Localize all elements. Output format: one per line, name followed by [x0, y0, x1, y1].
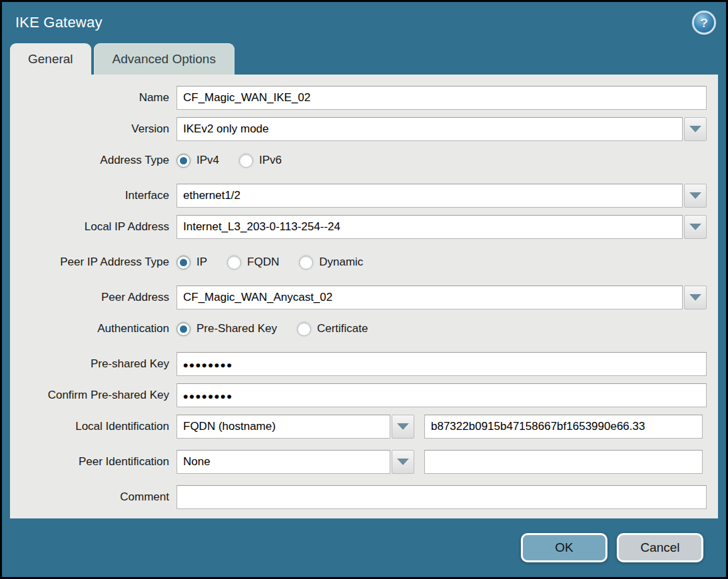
- ipv4-radio[interactable]: [177, 154, 190, 168]
- peer-identification-value-input[interactable]: [424, 450, 703, 474]
- local-identification-label: Local Identification: [10, 420, 177, 433]
- authentication-option-certificate[interactable]: Certificate: [297, 322, 368, 336]
- dialog-title: IKE Gateway: [15, 14, 103, 31]
- local-identification-value-input[interactable]: [424, 415, 703, 439]
- peer-address-label: Peer Address: [10, 291, 177, 304]
- local-identification-row: Local Identification: [10, 415, 707, 439]
- local-identification-dropdown-button[interactable]: [392, 415, 414, 439]
- version-select[interactable]: [177, 117, 683, 141]
- peer-identification-row: Peer Identification: [10, 450, 707, 474]
- address-type-row: Address Type IPv4 IPv6: [10, 148, 707, 172]
- ip-radio[interactable]: [177, 256, 190, 270]
- authentication-label: Authentication: [10, 322, 177, 335]
- interface-dropdown-button[interactable]: [684, 184, 707, 208]
- peer-ip-type-row: Peer IP Address Type IP FQDN Dynamic: [10, 250, 707, 274]
- help-icon[interactable]: ?: [694, 13, 714, 33]
- ipv4-label: IPv4: [196, 154, 219, 167]
- confirm-preshared-key-label: Confirm Pre-shared Key: [10, 389, 177, 402]
- ipv6-radio[interactable]: [239, 154, 253, 168]
- dynamic-label: Dynamic: [319, 256, 363, 269]
- comment-input[interactable]: [177, 485, 707, 509]
- interface-label: Interface: [10, 189, 177, 202]
- peer-address-select[interactable]: [177, 286, 683, 309]
- tab-general[interactable]: General: [10, 43, 91, 75]
- confirm-preshared-key-row: Confirm Pre-shared Key: [10, 383, 707, 407]
- address-type-label: Address Type: [10, 154, 177, 167]
- ipv6-label: IPv6: [259, 154, 282, 167]
- general-tab-panel: Name Version Address Type IPv4: [10, 75, 718, 518]
- comment-row: Comment: [10, 485, 707, 509]
- interface-select[interactable]: [177, 184, 683, 208]
- dynamic-radio[interactable]: [299, 256, 313, 270]
- chevron-down-icon: [397, 459, 409, 465]
- version-row: Version: [10, 117, 707, 141]
- version-label: Version: [10, 122, 177, 136]
- local-ip-label: Local IP Address: [10, 220, 177, 234]
- ip-label: IP: [196, 256, 207, 269]
- address-type-option-ipv4[interactable]: IPv4: [177, 154, 219, 168]
- chevron-down-icon: [689, 294, 701, 301]
- peer-identification-dropdown-button[interactable]: [392, 450, 414, 474]
- tab-bar: General Advanced Options: [2, 43, 726, 75]
- preshared-key-option-label: Pre-Shared Key: [196, 322, 277, 335]
- confirm-preshared-key-input[interactable]: [177, 383, 707, 407]
- local-ip-select[interactable]: [177, 215, 683, 239]
- comment-label: Comment: [10, 490, 177, 504]
- local-ip-dropdown-button[interactable]: [684, 215, 707, 239]
- peer-address-row: Peer Address: [10, 286, 707, 309]
- authentication-option-preshared[interactable]: Pre-Shared Key: [177, 322, 277, 336]
- peer-identification-type-select[interactable]: [177, 450, 390, 474]
- authentication-row: Authentication Pre-Shared Key Certificat…: [10, 317, 707, 341]
- chevron-down-icon: [689, 192, 701, 199]
- certificate-option-label: Certificate: [317, 322, 368, 335]
- chevron-down-icon: [689, 126, 701, 132]
- ike-gateway-dialog: IKE Gateway ? General Advanced Options N…: [0, 0, 728, 579]
- chevron-down-icon: [397, 423, 409, 430]
- chevron-down-icon: [689, 224, 701, 230]
- peer-address-dropdown-button[interactable]: [684, 286, 707, 309]
- tab-advanced-options[interactable]: Advanced Options: [94, 43, 234, 75]
- preshared-key-row: Pre-shared Key: [10, 352, 707, 376]
- help-glyph: ?: [700, 17, 708, 29]
- preshared-key-label: Pre-shared Key: [10, 357, 177, 371]
- preshared-key-input[interactable]: [177, 352, 707, 376]
- version-dropdown-button[interactable]: [684, 117, 707, 141]
- interface-row: Interface: [10, 184, 707, 208]
- peer-ip-type-option-fqdn[interactable]: FQDN: [227, 256, 279, 270]
- local-identification-type-select[interactable]: [177, 415, 390, 439]
- ok-button[interactable]: OK: [521, 533, 607, 562]
- peer-ip-type-option-ip[interactable]: IP: [177, 256, 207, 270]
- address-type-option-ipv6[interactable]: IPv6: [239, 154, 282, 168]
- peer-ip-type-option-dynamic[interactable]: Dynamic: [299, 256, 363, 270]
- peer-ip-type-label: Peer IP Address Type: [10, 256, 177, 269]
- peer-identification-label: Peer Identification: [10, 455, 177, 469]
- name-row: Name: [10, 86, 707, 110]
- fqdn-label: FQDN: [247, 256, 279, 269]
- name-input[interactable]: [177, 86, 707, 110]
- footer: OK Cancel: [2, 518, 726, 577]
- local-ip-row: Local IP Address: [10, 215, 707, 239]
- titlebar: IKE Gateway ?: [2, 2, 726, 43]
- certificate-radio[interactable]: [297, 322, 311, 336]
- preshared-key-radio[interactable]: [177, 322, 190, 336]
- cancel-button[interactable]: Cancel: [617, 533, 703, 562]
- fqdn-radio[interactable]: [227, 256, 241, 270]
- name-label: Name: [10, 91, 177, 104]
